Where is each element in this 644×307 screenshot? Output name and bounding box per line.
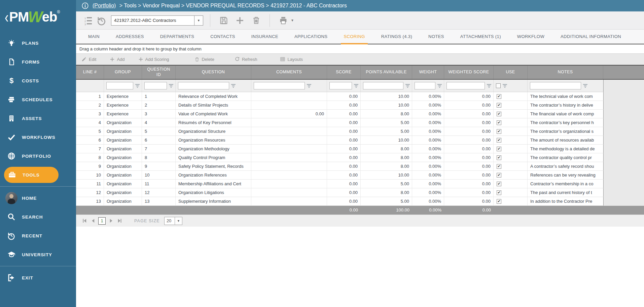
column-header-weight[interactable]: WEIGHT: [412, 66, 444, 79]
weight-filter-input[interactable]: [415, 82, 435, 89]
filter-funnel-icon[interactable]: [437, 83, 442, 88]
column-header-use[interactable]: USE: [494, 66, 528, 79]
edit-button[interactable]: Edit: [81, 56, 96, 62]
add-scoring-button[interactable]: Add Scoring: [138, 57, 169, 62]
add-record-icon[interactable]: [233, 14, 247, 27]
use-checkbox[interactable]: [497, 129, 501, 134]
group-filter-input[interactable]: [106, 82, 133, 89]
comments-filter-input[interactable]: [254, 82, 305, 89]
add-button[interactable]: Add: [110, 57, 124, 62]
tab-contacts[interactable]: CONTACTS: [208, 30, 238, 44]
table-row[interactable]: 3 Experience 3 Value of Completed Work 0…: [76, 110, 604, 118]
tab-additional-information[interactable]: ADDITIONAL INFORMATION: [558, 30, 624, 44]
sidebar-item-schedules[interactable]: SCHEDULES: [0, 90, 76, 109]
group-by-drop-zone[interactable]: Drag a column header and drop it here to…: [76, 44, 644, 54]
page-size-select[interactable]: 20 ▼: [164, 217, 182, 225]
sidebar-item-costs[interactable]: $ COSTS: [0, 71, 76, 90]
detail-list-icon[interactable]: 123: [81, 14, 95, 27]
table-row[interactable]: 2 Experience 2 Details of Similar Projec…: [76, 101, 604, 110]
filter-funnel-icon[interactable]: [354, 83, 359, 88]
tab-ratings[interactable]: RATINGS (4.3): [379, 30, 415, 44]
tab-departments[interactable]: DEPARTMENTS: [157, 30, 197, 44]
use-checkbox[interactable]: [497, 173, 501, 178]
print-icon[interactable]: [277, 14, 290, 27]
column-header-group[interactable]: GROUP: [104, 66, 142, 79]
tab-notes[interactable]: NOTES: [426, 30, 447, 44]
column-header-question[interactable]: QUESTION: [176, 66, 251, 79]
save-icon[interactable]: [217, 14, 230, 27]
tab-insurance[interactable]: INSURANCE: [249, 30, 281, 44]
tab-applications[interactable]: APPLICATIONS: [292, 30, 330, 44]
table-row[interactable]: 7 Organization 7 Organization Methodolog…: [76, 145, 604, 153]
refresh-button[interactable]: Refresh: [235, 56, 257, 62]
table-row[interactable]: 4 Organization 4 Résumés of Key Personne…: [76, 118, 604, 127]
sidebar-item-exit[interactable]: EXIT: [0, 268, 76, 287]
use-checkbox[interactable]: [497, 120, 501, 125]
filter-funnel-icon[interactable]: [307, 83, 312, 88]
column-header-line[interactable]: LINE #: [76, 66, 104, 79]
use-checkbox[interactable]: [497, 147, 501, 151]
use-checkbox[interactable]: [497, 94, 501, 99]
sidebar-item-forms[interactable]: FORMS: [0, 52, 76, 71]
current-page-number[interactable]: 1: [98, 217, 106, 225]
weighted-score-filter-input[interactable]: [446, 82, 485, 89]
sidebar-item-tools[interactable]: TOOLS: [4, 167, 59, 183]
column-header-comments[interactable]: COMMENTS: [251, 66, 327, 79]
column-header-points-available[interactable]: POINTS AVAILABLE: [361, 66, 412, 79]
last-page-icon[interactable]: [116, 218, 122, 224]
use-checkbox[interactable]: [497, 164, 501, 169]
record-selector-input[interactable]: [111, 16, 194, 25]
score-filter-input[interactable]: [329, 82, 352, 89]
use-checkbox[interactable]: [497, 182, 501, 186]
use-checkbox[interactable]: [497, 190, 501, 195]
sidebar-item-assets[interactable]: ASSETS: [0, 109, 76, 128]
tab-attachments[interactable]: ATTACHMENTS (1): [458, 30, 504, 44]
table-row[interactable]: 13 Organization 13 Supplementary Informa…: [76, 197, 604, 206]
use-checkbox[interactable]: [497, 155, 501, 160]
use-checkbox[interactable]: [497, 112, 501, 116]
notes-filter-input[interactable]: [530, 82, 581, 89]
breadcrumb-portfolio-link[interactable]: (Portfolio): [93, 3, 116, 9]
table-row[interactable]: 11 Organization 11 Membership Affiliatio…: [76, 180, 604, 188]
filter-funnel-icon[interactable]: [405, 83, 410, 88]
use-checkbox[interactable]: [497, 138, 501, 143]
column-header-weighted-score[interactable]: WEIGHTED SCORE: [444, 66, 494, 79]
use-checkbox[interactable]: [497, 103, 501, 108]
question-id-filter-input[interactable]: [144, 82, 167, 89]
sidebar-item-home[interactable]: HOME: [0, 189, 76, 207]
record-history-icon[interactable]: [95, 14, 108, 27]
delete-button[interactable]: Delete: [194, 57, 214, 62]
sidebar-item-workflows[interactable]: WORKFLOWS: [0, 128, 76, 147]
column-header-score[interactable]: SCORE: [327, 66, 361, 79]
previous-page-icon[interactable]: [90, 218, 96, 224]
filter-funnel-icon[interactable]: [487, 83, 492, 88]
question-filter-input[interactable]: [178, 82, 229, 89]
tab-scoring[interactable]: SCORING: [341, 30, 367, 44]
points-available-filter-input[interactable]: [363, 82, 403, 89]
record-selector-caret-icon[interactable]: ▼: [194, 16, 203, 25]
table-row[interactable]: 5 Organization 5 Organizational Structur…: [76, 127, 604, 136]
tab-workflow[interactable]: WORKFLOW: [514, 30, 547, 44]
sidebar-item-university[interactable]: UNIVERSITY: [0, 245, 76, 264]
table-row[interactable]: 1 Experience 1 Relevance of Completed Wo…: [76, 92, 604, 101]
filter-funnel-icon[interactable]: [583, 83, 588, 88]
sidebar-item-plans[interactable]: PLANS: [0, 34, 76, 52]
table-row[interactable]: 9 Organization 9 Safety Policy Statement…: [76, 162, 604, 171]
table-row[interactable]: 6 Organization 6 Organization Resources …: [76, 136, 604, 145]
sidebar-item-portfolio[interactable]: PORTFOLIO: [0, 147, 76, 165]
use-filter-checkbox[interactable]: [496, 83, 501, 88]
info-icon[interactable]: [81, 2, 89, 9]
filter-funnel-icon[interactable]: [135, 83, 140, 88]
column-header-question-id[interactable]: QUESTION ID: [142, 66, 176, 79]
table-row[interactable]: 8 Organization 8 Quality Control Program…: [76, 153, 604, 162]
delete-record-icon[interactable]: [249, 14, 263, 27]
table-row[interactable]: 12 Organization 12 Organization Litigati…: [76, 188, 604, 197]
sidebar-item-search[interactable]: SEARCH: [0, 207, 76, 226]
filter-funnel-icon[interactable]: [169, 83, 174, 88]
logo[interactable]: ‹PMWeb®: [0, 0, 76, 34]
first-page-icon[interactable]: [81, 218, 87, 224]
column-header-notes[interactable]: NOTES: [528, 66, 603, 79]
use-checkbox[interactable]: [497, 199, 501, 204]
layouts-button[interactable]: Layouts: [280, 56, 303, 62]
table-row[interactable]: 10 Organization 10 Organization Referenc…: [76, 171, 604, 180]
